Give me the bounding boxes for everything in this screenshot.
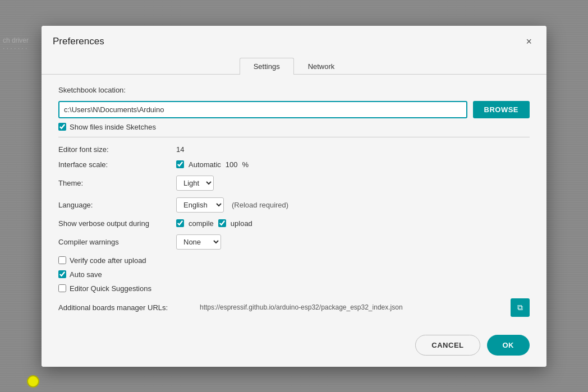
verbose-label: Show verbose output during	[58, 219, 176, 228]
editor-suggestions-checkbox[interactable]	[58, 284, 66, 292]
verbose-compile-checkbox[interactable]	[176, 219, 184, 227]
dialog-backdrop: Preferences × Settings Network Sketchboo…	[0, 0, 588, 392]
browse-button[interactable]: BROWSE	[473, 101, 530, 118]
editor-suggestions-row: Editor Quick Suggestions	[58, 284, 530, 293]
reload-note: (Reload required)	[232, 201, 288, 209]
sketchbook-input[interactable]	[58, 101, 467, 118]
auto-save-label[interactable]: Auto save	[70, 270, 102, 279]
yellow-circle-decoration	[27, 375, 39, 388]
auto-scale-checkbox[interactable]	[176, 160, 184, 168]
verify-label[interactable]: Verify code after upload	[70, 256, 146, 265]
additional-urls-value: https://espressif.github.io/arduino-esp3…	[200, 303, 504, 311]
tab-settings[interactable]: Settings	[240, 58, 294, 75]
compiler-warnings-select[interactable]: None Default More All	[176, 234, 221, 250]
verbose-row: Show verbose output during compile uploa…	[58, 219, 530, 228]
auto-save-checkbox[interactable]	[58, 270, 66, 278]
compiler-warnings-control: None Default More All	[176, 234, 530, 250]
dialog-header: Preferences ×	[42, 26, 546, 49]
verify-checkbox[interactable]	[58, 256, 66, 264]
tab-network[interactable]: Network	[294, 58, 349, 75]
verbose-upload-checkbox[interactable]	[218, 219, 226, 227]
language-select[interactable]: English Spanish French	[176, 197, 224, 213]
interface-scale-controls: Automatic 100 %	[176, 160, 530, 169]
show-files-row: Show files inside Sketches	[58, 123, 530, 131]
theme-label: Theme:	[58, 179, 176, 187]
language-control: English Spanish French (Reload required)	[176, 197, 530, 213]
theme-control: Light Dark	[176, 176, 530, 191]
compiler-warnings-label: Compiler warnings	[58, 238, 176, 246]
additional-urls-row: Additional boards manager URLs: https://…	[58, 298, 530, 317]
font-size-value: 14	[176, 145, 530, 154]
dialog-title: Preferences	[53, 36, 104, 47]
tabs-row: Settings Network	[42, 58, 546, 75]
dialog-footer: CANCEL OK	[42, 328, 546, 367]
font-size-row: Editor font size: 14	[58, 145, 530, 154]
show-files-label[interactable]: Show files inside Sketches	[70, 123, 156, 131]
sketchbook-row: Sketchbook location:	[58, 86, 530, 94]
additional-urls-label: Additional boards manager URLs:	[58, 303, 193, 312]
verbose-controls: compile upload	[176, 219, 530, 228]
verify-row: Verify code after upload	[58, 256, 530, 265]
sketchbook-input-row: BROWSE	[58, 101, 530, 118]
scale-value: 100	[226, 160, 238, 169]
auto-save-row: Auto save	[58, 270, 530, 279]
language-label: Language:	[58, 201, 176, 209]
verbose-compile-label[interactable]: compile	[189, 219, 214, 228]
editor-suggestions-label[interactable]: Editor Quick Suggestions	[70, 284, 151, 293]
close-button[interactable]: ×	[522, 35, 535, 49]
language-row: Language: English Spanish French (Reload…	[58, 197, 530, 213]
verbose-upload-label[interactable]: upload	[231, 219, 252, 228]
auto-scale-label[interactable]: Automatic	[189, 160, 221, 169]
compiler-warnings-row: Compiler warnings None Default More All	[58, 234, 530, 250]
divider	[58, 137, 530, 137]
show-files-checkbox[interactable]	[58, 123, 66, 131]
theme-select[interactable]: Light Dark	[176, 176, 214, 191]
sketchbook-label: Sketchbook location:	[58, 86, 176, 94]
cancel-button[interactable]: CANCEL	[415, 335, 480, 356]
dialog-body: Sketchbook location: BROWSE Show files i…	[42, 75, 546, 328]
scale-unit: %	[242, 160, 249, 169]
preferences-dialog: Preferences × Settings Network Sketchboo…	[42, 26, 546, 367]
interface-scale-label: Interface scale:	[58, 160, 176, 169]
interface-scale-row: Interface scale: Automatic 100 %	[58, 160, 530, 169]
font-size-label: Editor font size:	[58, 145, 176, 154]
theme-row: Theme: Light Dark	[58, 176, 530, 191]
ok-button[interactable]: OK	[487, 335, 530, 356]
copy-url-button[interactable]: ⧉	[511, 298, 530, 317]
